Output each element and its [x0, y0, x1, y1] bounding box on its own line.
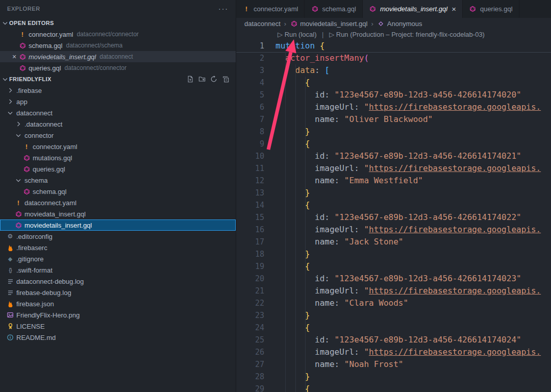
code-line[interactable]: 6 imageUrl: "https://firebasestorage.goo… — [236, 101, 551, 113]
code-line[interactable]: 18 } — [236, 248, 551, 260]
breadcrumb-item-moviedetails_insert.gql[interactable]: moviedetails_insert.gql — [290, 19, 367, 28]
code-line[interactable]: 14 { — [236, 199, 551, 211]
line-number[interactable]: 22 — [236, 297, 276, 309]
code-line[interactable]: 1mutation { — [236, 40, 551, 52]
code-line[interactable]: 23 } — [236, 309, 551, 322]
tree-file-schema.gql[interactable]: schema.gql — [0, 186, 236, 197]
line-number[interactable]: 24 — [236, 322, 276, 334]
refresh-icon[interactable] — [210, 75, 218, 83]
tree-file-mutations.gql[interactable]: mutations.gql — [0, 152, 236, 163]
tree-folder-.dataconnect[interactable]: .dataconnect — [0, 118, 236, 130]
code-line[interactable]: 7 name: "Oliver Blackwood" — [236, 113, 551, 126]
line-number[interactable]: 15 — [236, 211, 276, 224]
run-local-link[interactable]: ▷ Run (local) — [278, 31, 316, 38]
code-line[interactable]: 22 name: "Clara Woods" — [236, 297, 551, 309]
code-line[interactable]: 11 imageUrl: "https://firebasestorage.go… — [236, 162, 551, 175]
tree-file-dataconnect.yaml[interactable]: !dataconnect.yaml — [0, 197, 236, 208]
line-number[interactable]: 28 — [236, 371, 276, 383]
code-line[interactable]: 15 id: "123e4567-e89b-12d3-a456-42661417… — [236, 211, 551, 224]
code-line[interactable]: 21 imageUrl: "https://firebasestorage.go… — [236, 285, 551, 297]
run-production-link[interactable]: ▷ Run (Production – Project: friendly-fl… — [329, 31, 485, 38]
tree-folder-connector[interactable]: connector — [0, 130, 236, 141]
line-number[interactable]: 29 — [236, 383, 276, 392]
close-icon[interactable]: × — [452, 5, 456, 13]
code-line[interactable]: 28 } — [236, 371, 551, 383]
line-number[interactable]: 9 — [236, 138, 276, 150]
tree-file-.swift-format[interactable]: {}.swift-format — [0, 264, 236, 276]
code-line[interactable]: 16 imageUrl: "https://firebasestorage.go… — [236, 224, 551, 236]
tab-moviedetails_insert.gql[interactable]: moviedetails_insert.gql× — [363, 0, 463, 18]
tab-schema.gql[interactable]: schema.gql — [305, 0, 362, 18]
tree-file-firebase-debug.log[interactable]: firebase-debug.log — [0, 287, 236, 298]
close-icon[interactable]: × — [10, 53, 18, 61]
tab-queries.gql[interactable]: queries.gql — [463, 0, 519, 18]
open-editor-item-connector.yaml[interactable]: !connector.yamldataconnect/connector — [0, 29, 236, 40]
collapse-all-icon[interactable] — [221, 75, 230, 83]
open-editor-item-moviedetails_insert.gql[interactable]: ×moviedetails_insert.gqldataconnect — [0, 51, 236, 62]
tree-folder-dataconnect[interactable]: dataconnect — [0, 107, 236, 118]
new-folder-icon[interactable] — [198, 75, 206, 83]
tree-file-queries.gql[interactable]: queries.gql — [0, 163, 236, 175]
line-number[interactable]: 8 — [236, 126, 276, 138]
line-number[interactable]: 17 — [236, 236, 276, 248]
line-number[interactable]: 25 — [236, 334, 276, 346]
line-number[interactable]: 14 — [236, 199, 276, 211]
code-line[interactable]: 5 id: "123e4567-e89b-12d3-a456-426614174… — [236, 89, 551, 101]
code-line[interactable]: 26 imageUrl: "https://firebasestorage.go… — [236, 346, 551, 358]
line-number[interactable]: 18 — [236, 248, 276, 260]
tree-file-dataconnect-debug.log[interactable]: dataconnect-debug.log — [0, 276, 236, 287]
code-area[interactable]: 1mutation {2 actor_insertMany(3 data: [4… — [236, 40, 551, 392]
breadcrumb-item-Anonymous[interactable]: Anonymous — [377, 19, 422, 28]
code-line[interactable]: 20 id: "123e4567-e89b-12d3-a456-42661417… — [236, 273, 551, 285]
line-number[interactable]: 12 — [236, 175, 276, 187]
line-number[interactable]: 11 — [236, 162, 276, 175]
tree-folder-.firebase[interactable]: .firebase — [0, 85, 236, 96]
open-editors-header[interactable]: OPEN EDITORS — [0, 17, 236, 29]
code-line[interactable]: 2 actor_insertMany( — [236, 52, 551, 64]
code-line[interactable]: 12 name: "Emma Westfield" — [236, 175, 551, 187]
line-number[interactable]: 23 — [236, 309, 276, 322]
line-number[interactable]: 1 — [236, 40, 276, 52]
line-number[interactable]: 2 — [236, 52, 276, 64]
code-line[interactable]: 3 data: [ — [236, 64, 551, 77]
code-line[interactable]: 10 id: "123e4567-e89b-12d3-a456-42661417… — [236, 150, 551, 162]
code-line[interactable]: 13 } — [236, 187, 551, 199]
code-line[interactable]: 4 { — [236, 77, 551, 89]
code-line[interactable]: 17 name: "Jack Stone" — [236, 236, 551, 248]
breadcrumb-item-dataconnect[interactable]: dataconnect — [244, 20, 281, 28]
line-number[interactable]: 3 — [236, 64, 276, 77]
code-line[interactable]: 27 name: "Noah Frost" — [236, 358, 551, 371]
tree-folder-schema[interactable]: schema — [0, 175, 236, 186]
tree-file-.editorconfig[interactable]: ⚙.editorconfig — [0, 231, 236, 242]
editor[interactable]: ▷ Run (local) | ▷ Run (Production – Proj… — [236, 29, 551, 392]
folder-section-header[interactable]: FRIENDLYFLIX — [0, 74, 236, 85]
line-number[interactable]: 27 — [236, 358, 276, 371]
tree-file-.firebaserc[interactable]: .firebaserc — [0, 242, 236, 253]
tree-file-connector.yaml[interactable]: !connector.yaml — [0, 141, 236, 152]
line-number[interactable]: 7 — [236, 113, 276, 126]
line-number[interactable]: 19 — [236, 260, 276, 273]
code-line[interactable]: 9 { — [236, 138, 551, 150]
tree-file-moviedata_insert.gql[interactable]: moviedata_insert.gql — [0, 208, 236, 219]
tree-file-README.md[interactable]: README.md — [0, 332, 236, 343]
tree-file-LICENSE[interactable]: LICENSE — [0, 321, 236, 332]
tab-connector.yaml[interactable]: !connector.yaml — [236, 0, 305, 18]
code-line[interactable]: 8 } — [236, 126, 551, 138]
line-number[interactable]: 10 — [236, 150, 276, 162]
line-number[interactable]: 26 — [236, 346, 276, 358]
open-editor-item-schema.gql[interactable]: schema.gqldataconnect/schema — [0, 40, 236, 51]
code-line[interactable]: 29 { — [236, 383, 551, 392]
line-number[interactable]: 6 — [236, 101, 276, 113]
open-editor-item-queries.gql[interactable]: queries.gqldataconnect/connector — [0, 62, 236, 74]
more-actions-icon[interactable]: ··· — [218, 5, 229, 13]
tree-folder-app[interactable]: app — [0, 96, 236, 107]
line-number[interactable]: 5 — [236, 89, 276, 101]
line-number[interactable]: 21 — [236, 285, 276, 297]
tree-file-firebase.json[interactable]: firebase.json — [0, 298, 236, 309]
line-number[interactable]: 20 — [236, 273, 276, 285]
new-file-icon[interactable] — [186, 75, 194, 83]
line-number[interactable]: 4 — [236, 77, 276, 89]
code-line[interactable]: 24 { — [236, 322, 551, 334]
line-number[interactable]: 13 — [236, 187, 276, 199]
tree-file-FriendlyFlix-Hero.png[interactable]: FriendlyFlix-Hero.png — [0, 309, 236, 321]
